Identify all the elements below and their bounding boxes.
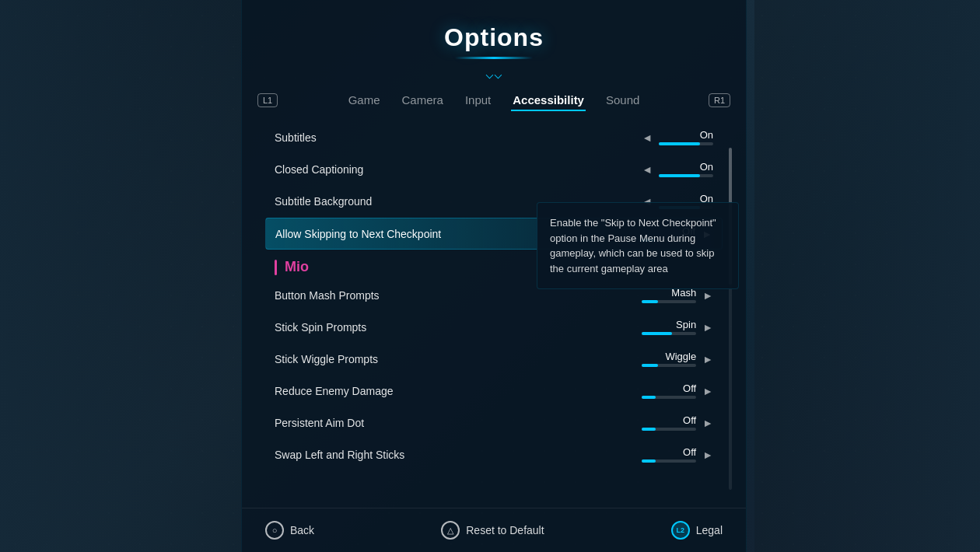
title-area: Options	[242, 0, 746, 59]
tooltip-text: Enable the "Skip to Next Checkpoint" opt…	[550, 217, 716, 274]
slider-track-closed-captioning	[659, 174, 713, 177]
slider-track-subtitles	[659, 142, 713, 145]
setting-reduce-enemy-damage[interactable]: Reduce Enemy Damage Off ►	[265, 376, 723, 406]
right-arrow-reduce-enemy: ►	[702, 385, 713, 397]
slider-fill-stick-spin	[642, 332, 672, 335]
slider-fill-stick-wiggle	[642, 364, 658, 367]
legal-label: Legal	[696, 524, 723, 536]
legal-button[interactable]: L2 Legal	[671, 521, 723, 540]
slider-track-reduce-enemy	[642, 396, 696, 399]
reset-label: Reset to Default	[466, 524, 544, 536]
setting-closed-captioning[interactable]: Closed Captioning ◄ On	[265, 154, 723, 184]
setting-stick-wiggle[interactable]: Stick Wiggle Prompts Wiggle ►	[265, 344, 723, 374]
setting-label-stick-spin: Stick Spin Prompts	[275, 321, 642, 334]
slider-track-button-mash	[642, 300, 696, 303]
value-slider-stick-wiggle: Wiggle	[642, 351, 696, 367]
setting-label-button-mash: Button Mash Prompts	[275, 289, 642, 302]
tab-game[interactable]: Game	[347, 90, 382, 110]
setting-label-closed-captioning: Closed Captioning	[275, 163, 642, 176]
scrollbar[interactable]	[729, 148, 732, 490]
slider-track-stick-wiggle	[642, 364, 696, 367]
setting-swap-sticks[interactable]: Swap Left and Right Sticks Off ►	[265, 439, 723, 470]
back-label: Back	[290, 524, 314, 536]
bg-right-panel	[754, 0, 980, 552]
setting-label-subtitles: Subtitles	[275, 131, 642, 144]
slider-fill-swap-sticks	[642, 459, 656, 463]
tab-items: Game Camera Input Accessibility Sound	[347, 90, 642, 110]
tab-input[interactable]: Input	[464, 90, 492, 110]
slider-fill-subtitles	[659, 142, 700, 145]
slider-fill-closed-captioning	[659, 174, 700, 177]
value-slider-button-mash: Mash	[642, 287, 696, 303]
tab-sound[interactable]: Sound	[604, 90, 641, 110]
right-arrow-persistent-aim: ►	[702, 417, 713, 429]
left-arrow-subtitles: ◄	[642, 131, 653, 144]
section-mio-label: Mio	[285, 259, 309, 275]
right-controller-badge: R1	[709, 93, 730, 107]
slider-fill-persistent-aim	[642, 428, 656, 431]
right-arrow-stick-spin: ►	[702, 321, 713, 334]
tabs-bar: L1 Game Camera Input Accessibility Sound…	[242, 90, 746, 110]
page-title: Options	[242, 23, 746, 52]
tooltip-panel: Enable the "Skip to Next Checkpoint" opt…	[537, 202, 739, 289]
setting-stick-spin[interactable]: Stick Spin Prompts Spin ►	[265, 312, 723, 342]
slider-track-persistent-aim	[642, 428, 696, 431]
value-slider-subtitles: On	[659, 129, 713, 145]
setting-subtitles[interactable]: Subtitles ◄ On	[265, 122, 723, 152]
value-slider-stick-spin: Spin	[642, 319, 696, 335]
setting-label-swap-sticks: Swap Left and Right Sticks	[275, 449, 642, 461]
back-icon: ○	[265, 521, 284, 540]
left-controller-badge: L1	[257, 93, 278, 107]
settings-content: Subtitles ◄ On Closed Captioning ◄ On Su…	[242, 122, 746, 508]
value-slider-reduce-enemy: Off	[642, 383, 696, 399]
slider-fill-button-mash	[642, 300, 658, 303]
right-arrow-button-mash: ►	[702, 289, 713, 302]
right-arrow-swap-sticks: ►	[702, 449, 713, 461]
setting-label-reduce-enemy-damage: Reduce Enemy Damage	[275, 385, 642, 397]
reset-icon: △	[441, 521, 460, 540]
slider-track-stick-spin	[642, 332, 696, 335]
setting-label-stick-wiggle: Stick Wiggle Prompts	[275, 353, 642, 365]
value-slider-persistent-aim: Off	[642, 414, 696, 431]
value-slider-closed-captioning: On	[659, 161, 713, 177]
slider-fill-reduce-enemy	[642, 396, 656, 399]
bg-left-panel	[0, 0, 241, 552]
value-slider-swap-sticks: Off	[642, 446, 696, 463]
right-arrow-stick-wiggle: ►	[702, 353, 713, 365]
legal-icon: L2	[671, 521, 690, 540]
title-underline	[455, 57, 533, 59]
setting-persistent-aim[interactable]: Persistent Aim Dot Off ►	[265, 407, 723, 438]
setting-label-persistent-aim: Persistent Aim Dot	[275, 417, 642, 429]
reset-button[interactable]: △ Reset to Default	[441, 521, 544, 540]
tab-accessibility[interactable]: Accessibility	[511, 90, 586, 110]
tab-camera[interactable]: Camera	[401, 90, 445, 110]
left-arrow-closed-captioning: ◄	[642, 163, 653, 176]
chevron-icon: ⌵⌵	[485, 65, 502, 82]
slider-track-swap-sticks	[642, 459, 696, 463]
back-button[interactable]: ○ Back	[265, 521, 314, 540]
footer: ○ Back △ Reset to Default L2 Legal	[242, 508, 746, 552]
